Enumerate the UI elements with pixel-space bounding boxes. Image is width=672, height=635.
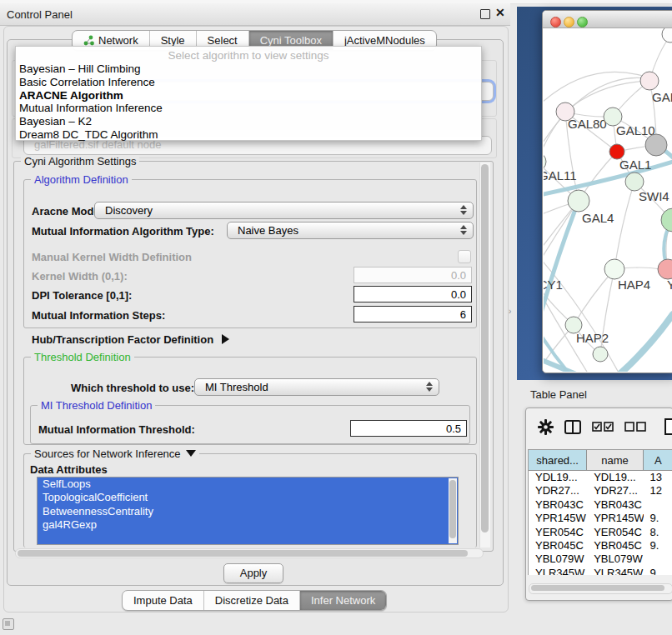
gear-icon[interactable]: [538, 419, 554, 438]
network-edge[interactable]: [614, 182, 634, 269]
threshold-definition-title: Threshold Definition: [31, 351, 134, 363]
attribute-list-item[interactable]: SelfLoops: [38, 478, 458, 491]
network-window[interactable]: GALGAL80GAL10GAL1SWI4GAL11GAL4GCY1HAP4YH…: [542, 10, 672, 373]
unchecked-boxes-icon[interactable]: [624, 422, 646, 434]
table-row[interactable]: YBR045CYBR045C9.: [529, 539, 672, 552]
table-cell: YBR045C: [529, 539, 587, 552]
node-label: GAL4: [582, 211, 614, 225]
close-icon[interactable]: ✕: [495, 6, 505, 19]
table-cell: 8.: [644, 526, 672, 539]
algorithm-definition-title: Algorithm Definition: [31, 173, 132, 186]
table-row[interactable]: YDR27...YDR27...12: [529, 484, 672, 498]
algorithm-option[interactable]: Basic Correlation Inference: [16, 76, 481, 89]
which-threshold-value: MI Threshold: [205, 381, 420, 393]
table-row[interactable]: YBR043CYBR043C: [529, 498, 672, 512]
which-threshold-label: Which threshold to use:: [71, 382, 194, 394]
table-row[interactable]: YER054CYER054C8.: [529, 526, 672, 539]
network-node[interactable]: [593, 347, 608, 362]
splitter-collapse-icon[interactable]: ›: [509, 307, 511, 316]
mi-steps-field[interactable]: 6: [354, 306, 472, 322]
network-canvas[interactable]: GALGAL80GAL10GAL1SWI4GAL11GAL4GCY1HAP4YH…: [544, 28, 672, 372]
node-label: GAL1: [619, 158, 651, 172]
mi-algorithm-type-combo[interactable]: Naive Bayes: [227, 222, 474, 239]
network-node[interactable]: [662, 28, 672, 42]
apply-button[interactable]: Apply: [223, 563, 283, 583]
table-cell: YLR345W: [587, 567, 643, 575]
attribute-list-item[interactable]: TopologicalCoefficient: [38, 491, 458, 504]
algorithm-option[interactable]: Dream8 DC_TDC Algorithm: [16, 128, 481, 142]
table-toolbar: [526, 408, 672, 448]
network-node[interactable]: [661, 208, 672, 232]
table-cell: YDR27...: [529, 484, 587, 498]
hub-definition-label: Hub/Transcription Factor Definition: [32, 333, 213, 346]
table-row[interactable]: YPR145WYPR145W9.: [529, 512, 672, 525]
mi-threshold-field[interactable]: 0.5: [350, 420, 467, 437]
algorithm-option[interactable]: Mutual Information Inference: [16, 102, 481, 115]
attribute-list-item[interactable]: [38, 532, 458, 545]
tab-impute-data[interactable]: Impute Data: [123, 591, 204, 610]
tab-infer-network[interactable]: Infer Network: [300, 591, 386, 610]
zoom-traffic-light-icon[interactable]: [577, 17, 588, 28]
settings-vertical-scrollbar[interactable]: [479, 162, 490, 548]
sources-group-title[interactable]: Sources for Network Inference: [31, 448, 199, 460]
screen: Control Panel ✕ galFiltered.sif default …: [0, 0, 672, 635]
attributes-scrollbar[interactable]: [449, 478, 457, 543]
algorithm-option[interactable]: ARACNE Algorithm: [16, 89, 481, 102]
network-node-y[interactable]: [658, 259, 672, 279]
table-row[interactable]: YDL19...YDL19...13: [529, 471, 672, 484]
tab-label: Impute Data: [133, 594, 193, 607]
mi-steps-label: Mutual Information Steps:: [32, 309, 165, 322]
attribute-list-item[interactable]: gal4RGexp: [38, 518, 458, 532]
manual-kernel-width-checkbox[interactable]: [458, 250, 471, 263]
table-cell: YDR27...: [587, 484, 643, 498]
table-horizontal-scrollbar[interactable]: [529, 583, 672, 594]
column-header[interactable]: A: [644, 450, 672, 470]
network-window-titlebar[interactable]: [543, 11, 672, 28]
node-table[interactable]: shared...nameA YDL19...YDL19...13YDR27..…: [528, 449, 672, 575]
node-label: SWI4: [639, 189, 669, 203]
algorithm-option[interactable]: Bayesian – K2: [16, 115, 481, 128]
table-cell: [644, 552, 672, 566]
hub-definition-toggle[interactable]: Hub/Transcription Factor Definition: [32, 333, 229, 346]
network-node-gal[interactable]: [640, 72, 659, 90]
network-edge[interactable]: [565, 81, 649, 112]
minimized-panel-icon[interactable]: [3, 618, 14, 630]
close-traffic-light-icon[interactable]: [550, 17, 561, 28]
attribute-list-item[interactable]: BetweennessCentrality: [38, 505, 458, 518]
checked-boxes-icon[interactable]: [592, 422, 614, 434]
table-cell: YBL079W: [587, 552, 643, 566]
algorithm-option[interactable]: Bayesian – Hill Climbing: [16, 62, 481, 76]
aracne-mode-value: Discovery: [105, 204, 454, 217]
table-cell: YPR145W: [587, 512, 643, 525]
mi-algorithm-type-label: Mutual Information Algorithm Type:: [32, 225, 214, 238]
node-label: HAP4: [618, 278, 650, 292]
combo-spinner-icon: [426, 382, 433, 392]
settings-horizontal-scrollbar[interactable]: [15, 548, 484, 558]
table-header-row: shared...nameA: [529, 450, 672, 471]
split-columns-icon[interactable]: [564, 420, 581, 437]
dpi-tolerance-field[interactable]: 0.0: [354, 286, 472, 302]
aracne-mode-label: Aracne Mode:: [32, 205, 103, 218]
kernel-width-field[interactable]: 0.0: [354, 267, 472, 283]
document-icon[interactable]: [664, 418, 672, 438]
minimize-traffic-light-icon[interactable]: [564, 17, 574, 28]
network-node-swi4[interactable]: [625, 172, 644, 191]
table-cell: 9.: [644, 539, 672, 552]
mi-threshold-label: Mutual Information Threshold:: [38, 423, 195, 436]
aracne-mode-combo[interactable]: Discovery: [94, 202, 474, 219]
table-row[interactable]: YLR345WYLR345W9.: [529, 567, 672, 575]
network-node-gal4[interactable]: [568, 190, 589, 212]
network-node-hap4[interactable]: [604, 259, 624, 279]
column-header[interactable]: shared...: [529, 450, 587, 470]
float-window-icon[interactable]: [480, 9, 490, 19]
which-threshold-combo[interactable]: MI Threshold: [194, 378, 439, 396]
network-node[interactable]: [645, 134, 667, 156]
mi-threshold-group-title: MI Threshold Definition: [38, 399, 155, 412]
network-edge[interactable]: [618, 314, 672, 372]
data-attributes-list[interactable]: SelfLoopsTopologicalCoefficientBetweenne…: [37, 477, 459, 545]
column-header[interactable]: name: [587, 450, 644, 470]
table-cell: 9.: [644, 567, 672, 575]
table-row[interactable]: YBL079WYBL079W: [529, 552, 672, 566]
node-label: GAL80: [568, 117, 607, 131]
tab-discretize-data[interactable]: Discretize Data: [204, 591, 300, 610]
